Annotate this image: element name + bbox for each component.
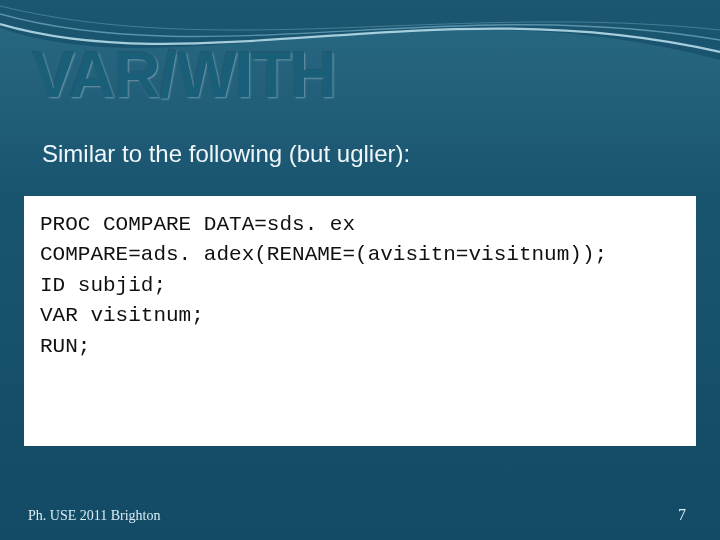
- slide-title: VAR/WITH: [32, 38, 336, 112]
- code-block: PROC COMPARE DATA=sds. ex COMPARE=ads. a…: [24, 196, 696, 446]
- slide-subtitle: Similar to the following (but uglier):: [42, 140, 410, 168]
- page-number: 7: [678, 506, 686, 524]
- footer-event: Ph. USE 2011 Brighton: [28, 508, 161, 524]
